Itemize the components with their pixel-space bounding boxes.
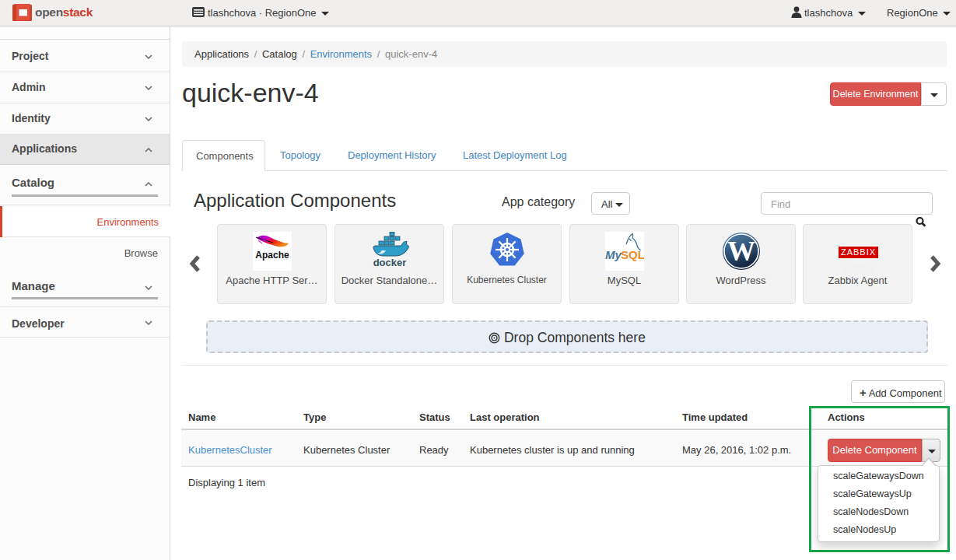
svg-text:My: My bbox=[605, 248, 622, 261]
svg-text:Apache: Apache bbox=[255, 250, 289, 261]
svg-text:docker: docker bbox=[373, 257, 407, 268]
svg-text:W: W bbox=[727, 236, 755, 267]
